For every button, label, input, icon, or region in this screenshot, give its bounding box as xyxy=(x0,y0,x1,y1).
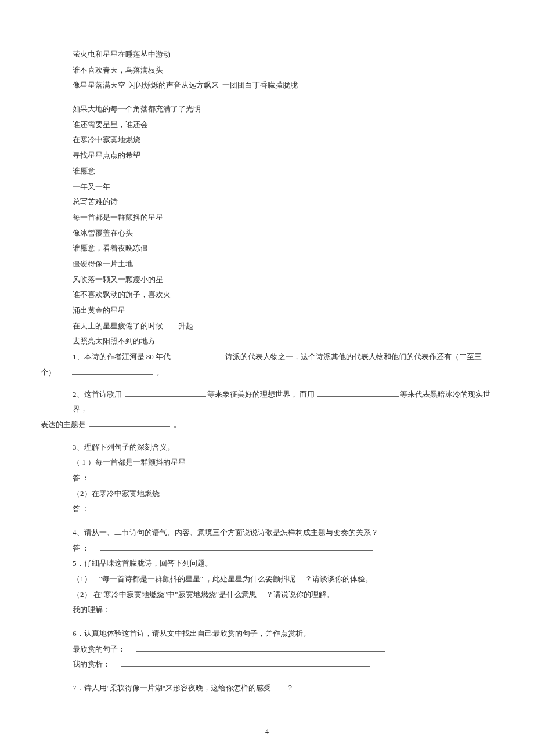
poem-line: 谁还需要星星，谁还会 xyxy=(41,118,493,132)
fill-blank[interactable] xyxy=(136,643,385,652)
poem-line: 每一首都是一群颤抖的星星 xyxy=(41,211,493,225)
q5-sub2b: ？请说说你的理解。 xyxy=(266,590,334,599)
q5-sub1b: ？请谈谈你的体验。 xyxy=(305,574,373,583)
period: 。 xyxy=(156,368,164,377)
q7-text-b: ？ xyxy=(286,683,294,692)
poem-line: 像冰雪覆盖在心头 xyxy=(41,226,493,241)
poem-line: 如果大地的每一个角落都充满了了光明 xyxy=(41,102,493,117)
fill-blank[interactable] xyxy=(100,542,373,551)
q4-title: 4、请从一、二节诗句的语气、内容、意境三个方面说说诗歌是怎样构成主题与变奏的关系… xyxy=(41,526,493,540)
fill-blank[interactable] xyxy=(172,351,224,359)
fill-blank[interactable] xyxy=(89,419,170,427)
q3-title: 3、理解下列句子的深刻含义。 xyxy=(41,440,493,455)
q2-mid1: 等来象征美好的理想世界， 而用 xyxy=(207,390,315,399)
fill-blank[interactable] xyxy=(72,367,153,375)
answer-label: 我的理解： xyxy=(73,605,110,614)
poem-line: 像星星落满天空 闪闪烁烁的声音从远方飘来 一团团白丁香朦朦胧胧 xyxy=(41,78,493,93)
q5-sub2: （2） 在"寒冷中寂寞地燃烧"中"寂寞地燃烧"是什么意思 xyxy=(73,590,257,599)
poem-line: 僵硬得像一片土地 xyxy=(41,257,493,272)
poem-line: 涌出黄金的星星 xyxy=(41,303,493,318)
q6-label2: 我的赏析： xyxy=(73,660,110,668)
q6-label1: 最欣赏的句子： xyxy=(73,645,125,653)
period: 。 xyxy=(174,420,181,429)
question-4: 4、请从一、二节诗句的语气、内容、意境三个方面说说诗歌是怎样构成主题与变奏的关系… xyxy=(41,526,493,555)
poem-line: 在寒冷中寂寞地燃烧 xyxy=(41,133,493,147)
q3-sub2: （2）在寒冷中寂寞地燃烧 xyxy=(41,487,493,501)
fill-blank[interactable] xyxy=(121,604,394,612)
fill-blank[interactable] xyxy=(121,659,370,667)
fill-blank[interactable] xyxy=(317,389,399,397)
poem-line: 谁愿意，看着夜晚冻僵 xyxy=(41,241,493,256)
document-page: 萤火虫和星星在睡莲丛中游动 谁不喜欢春天，鸟落满枝头 像星星落满天空 闪闪烁烁的… xyxy=(0,0,534,756)
q1-cont: 个） xyxy=(41,368,56,377)
q1-text: 1、本诗的作者江河是 80 年代 xyxy=(73,352,171,361)
q5-sub1: （1） "每一首诗都是一群颤抖的星星" ，此处星星为什么要颤抖呢 xyxy=(73,574,295,583)
page-number: 4 xyxy=(0,725,534,739)
poem-line: 去照亮太阳照不到的地方 xyxy=(41,334,493,349)
fill-blank[interactable] xyxy=(125,389,206,397)
q2-text: 2、这首诗歌用 xyxy=(73,390,122,399)
question-7: 7．诗人用"柔软得像一片湖"来形容夜晚，这给你怎样的感受？ xyxy=(41,681,493,696)
poem-line: 寻找星星点点的希望 xyxy=(41,149,493,163)
poem-line: 一年又一年 xyxy=(41,180,493,194)
question-6: 6．认真地体验这首诗，请从文中找出自己最欣赏的句子，并作点赏析。 最欣赏的句子：… xyxy=(41,627,493,672)
fill-blank[interactable] xyxy=(100,472,373,480)
poem-line: 总写苦难的诗 xyxy=(41,195,493,209)
poem-line: 谁不喜欢春天，鸟落满枝头 xyxy=(41,63,493,78)
question-3: 3、理解下列句子的深刻含义。 （ 1 ）每一首都是一群颤抖的星星 答 ： （2）… xyxy=(41,440,493,516)
q7-text-a: 7．诗人用"柔软得像一片湖"来形容夜晚，这给你怎样的感受 xyxy=(73,683,271,692)
question-2: 2、这首诗歌用 等来象征美好的理想世界， 而用 等来代表黑暗冰冷的现实世界， 表… xyxy=(41,388,493,432)
poem-stanza-1: 萤火虫和星星在睡莲丛中游动 谁不喜欢春天，鸟落满枝头 像星星落满天空 闪闪烁烁的… xyxy=(41,48,493,93)
poem-line: 谁不喜欢飘动的旗子，喜欢火 xyxy=(41,288,493,302)
q3-sub1: （ 1 ）每一首都是一群颤抖的星星 xyxy=(41,455,493,470)
fill-blank[interactable] xyxy=(100,503,349,511)
poem-line: 在天上的星星疲倦了的时候——升起 xyxy=(41,319,493,334)
q5-title: 5．仔细品味这首朦胧诗，回答下列问题。 xyxy=(41,556,493,571)
q6-title: 6．认真地体验这首诗，请从文中找出自己最欣赏的句子，并作点赏析。 xyxy=(41,627,493,641)
poem-line: 谁愿意 xyxy=(41,164,493,179)
poem-stanza-2: 如果大地的每一个角落都充满了了光明 谁还需要星星，谁还会 在寒冷中寂寞地燃烧 寻… xyxy=(41,102,493,349)
poem-line: 风吹落一颗又一颗瘦小的星 xyxy=(41,273,493,287)
q1-mid: 诗派的代表人物之一，这个诗派其他的代表人物和他们的代表作还有（二至三 xyxy=(225,352,482,361)
poem-line: 萤火虫和星星在睡莲丛中游动 xyxy=(41,48,493,62)
q2-cont: 表达的主题是 xyxy=(41,420,86,429)
answer-label: 答 ： xyxy=(73,544,89,552)
answer-label: 答 ： xyxy=(73,473,89,482)
question-5: 5．仔细品味这首朦胧诗，回答下列问题。 （1） "每一首诗都是一群颤抖的星星" … xyxy=(41,556,493,617)
answer-label: 答 ： xyxy=(73,504,89,513)
question-1: 1、本诗的作者江河是 80 年代诗派的代表人物之一，这个诗派其他的代表人物和他们… xyxy=(41,350,493,379)
